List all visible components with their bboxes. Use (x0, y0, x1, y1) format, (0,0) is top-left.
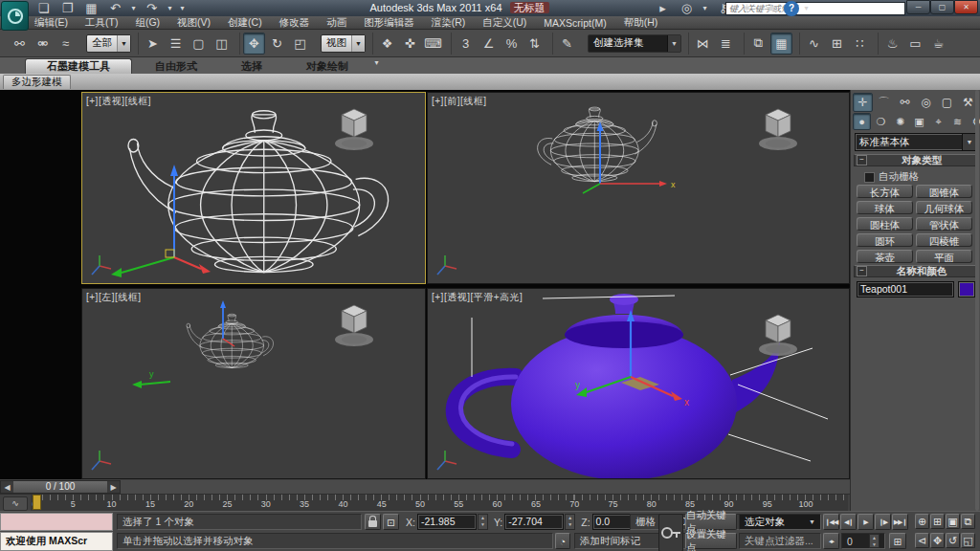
select-and-scale-icon[interactable]: ◰ (289, 33, 311, 55)
pyramid-button[interactable]: 四棱锥 (916, 233, 972, 247)
modify-tab-icon[interactable]: ⌒ (874, 93, 894, 112)
menu-item[interactable]: 修改器 (279, 16, 310, 30)
orbit-icon[interactable]: ↺ (946, 533, 960, 548)
menu-item[interactable]: MAXScript(M) (544, 17, 606, 29)
menu-item[interactable]: 渲染(R) (432, 16, 466, 30)
percent-snap-icon[interactable]: % (501, 33, 523, 55)
pan-icon[interactable]: ✥ (930, 533, 945, 548)
maxscript-mini-listener[interactable]: 欢迎使用 MAXScr (0, 532, 113, 551)
go-to-end-button[interactable]: ▶▶❙ (892, 514, 908, 530)
tube-button[interactable]: 管状体 (916, 217, 972, 231)
tab-object-paint[interactable]: 对象绘制 (285, 59, 369, 74)
spinner-snap-icon[interactable]: ⇅ (523, 33, 546, 55)
menu-item[interactable]: 帮助(H) (624, 16, 658, 30)
zoom-extents-all-icon[interactable]: ⧉ (961, 514, 975, 529)
select-and-manipulate-icon[interactable]: ✜ (399, 33, 421, 55)
next-frame-arrow[interactable]: ▶ (107, 481, 120, 493)
time-tag-icon[interactable]: ◔ (555, 533, 570, 549)
snaps-toggle-3d-icon[interactable]: 3 (455, 33, 477, 55)
graphite-ribbon-toggle-icon[interactable]: ▦ (770, 33, 792, 55)
unlink-selection-icon[interactable]: ⚮ (32, 33, 54, 55)
x-spinner[interactable]: ▲▼ (478, 514, 488, 530)
menu-item[interactable]: 图形编辑器 (364, 16, 414, 30)
minimize-button[interactable]: ─ (906, 0, 930, 14)
mini-curve-editor-button[interactable]: ∿ (3, 496, 28, 511)
x-value-field[interactable]: -21.985 (417, 514, 477, 530)
help-icon[interactable]: ? (784, 1, 799, 16)
zoom-all-icon[interactable]: ⊞ (930, 514, 945, 529)
helpers-category-icon[interactable]: ⌖ (929, 113, 947, 130)
display-tab-icon[interactable]: ▢ (937, 93, 957, 112)
collapse-icon[interactable]: − (857, 155, 867, 165)
application-menu-button[interactable] (1, 1, 29, 31)
render-setup-icon[interactable]: ♨ (881, 33, 903, 55)
viewport-label[interactable]: [+][前][线框] (432, 95, 487, 108)
space-warps-category-icon[interactable]: ≋ (948, 113, 967, 130)
chevron-down-icon[interactable]: ▼ (667, 35, 680, 52)
bind-to-space-warp-icon[interactable]: ≈ (55, 33, 77, 55)
reference-coordinate-dropdown[interactable]: 视图▼ (321, 34, 366, 53)
viewport-front-wireframe[interactable]: [+][前][线框] x (427, 92, 850, 284)
angle-snap-icon[interactable]: ∠ (478, 33, 500, 55)
object-color-swatch[interactable] (958, 281, 975, 298)
menu-item[interactable]: 工具(T) (85, 16, 118, 30)
selection-filter-dropdown[interactable]: 全部▼ (86, 34, 131, 53)
teapot-button[interactable]: 茶壶 (857, 250, 913, 263)
absolute-offset-mode-toggle[interactable]: ⊡ (383, 514, 399, 530)
schematic-view-icon[interactable]: ⊞ (826, 33, 848, 55)
viewcube[interactable] (757, 308, 799, 358)
menu-item[interactable]: 动画 (326, 16, 346, 30)
viewport-perspective-wireframe[interactable]: [+][透视][线框] (81, 92, 426, 284)
next-frame-button[interactable]: ❙▶ (875, 514, 891, 530)
close-button[interactable]: ✕ (954, 0, 978, 14)
window-crossing-icon[interactable]: ◫ (211, 33, 233, 55)
autogrid-checkbox[interactable] (864, 172, 875, 183)
viewport-label[interactable]: [+][透视][平滑+高光] (432, 291, 523, 304)
name-color-rollout-header[interactable]: − 名称和颜色 (854, 265, 977, 277)
polygon-modeling-panel-tab[interactable]: 多边形建模 (3, 75, 71, 89)
viewport-label[interactable]: [+][透视][线框] (86, 95, 151, 108)
menu-item[interactable]: 视图(V) (177, 16, 211, 30)
previous-frame-arrow[interactable]: ◀ (1, 481, 13, 493)
menu-item[interactable]: 组(G) (135, 16, 160, 30)
tab-selection[interactable]: 选择 (220, 59, 283, 74)
viewcube[interactable] (333, 298, 375, 348)
maxscript-macro-recorder[interactable] (0, 513, 113, 531)
keying-mode-dropdown[interactable]: 选定对象 ▼ (739, 514, 821, 530)
maximize-viewport-toggle-icon[interactable]: ◱ (961, 533, 975, 548)
hierarchy-tab-icon[interactable]: ⚯ (895, 93, 915, 112)
zoom-icon[interactable]: ⊕ (915, 514, 929, 529)
render-production-icon[interactable]: ☕ (927, 33, 949, 55)
chevron-down-icon[interactable]: ▼ (962, 134, 976, 150)
material-editor-icon[interactable]: ∷ (849, 33, 871, 55)
viewport-perspective-shaded[interactable]: [+][透视][平滑+高光] (427, 288, 850, 479)
align-icon[interactable]: ≣ (715, 33, 737, 55)
cylinder-button[interactable]: 圆柱体 (857, 217, 913, 231)
move-gizmo[interactable] (111, 165, 211, 277)
zoom-extents-icon[interactable]: ▣ (946, 514, 960, 529)
current-frame-marker[interactable] (33, 495, 41, 510)
box-button[interactable]: 长方体 (857, 185, 913, 198)
key-filters-button[interactable]: 关键点过滤器... (739, 533, 821, 549)
geosphere-button[interactable]: 几何球体 (916, 201, 972, 214)
current-frame-field[interactable]: 0 ▲▼ (841, 533, 885, 549)
menu-item[interactable]: 创建(C) (228, 16, 262, 30)
menu-item[interactable]: 编辑(E) (34, 16, 68, 30)
keyboard-override-icon[interactable]: ⌨ (422, 33, 444, 55)
lights-category-icon[interactable]: ✺ (891, 113, 909, 130)
chevron-down-icon[interactable]: ▼ (117, 35, 130, 52)
layer-manager-icon[interactable]: ⧉ (747, 33, 769, 55)
key-mode-toggle[interactable]: ◂▸ (823, 533, 839, 549)
y-spinner[interactable]: ▲▼ (565, 514, 575, 530)
field-of-view-icon[interactable]: ⊲ (915, 533, 929, 548)
torus-button[interactable]: 圆环 (857, 233, 913, 247)
tab-freeform[interactable]: 自由形式 (134, 59, 218, 74)
set-key-button[interactable]: 设置关键点 (685, 533, 737, 549)
motion-tab-icon[interactable]: ◎ (916, 93, 936, 112)
sphere-button[interactable]: 球体 (857, 201, 913, 214)
edit-named-selection-sets-icon[interactable]: ✎ (556, 33, 578, 55)
viewcube[interactable] (333, 102, 375, 152)
select-and-link-icon[interactable]: ⚯ (9, 33, 31, 55)
primitive-category-dropdown[interactable]: 标准基本体 ▼ (855, 133, 977, 151)
cameras-category-icon[interactable]: ▣ (910, 113, 928, 130)
